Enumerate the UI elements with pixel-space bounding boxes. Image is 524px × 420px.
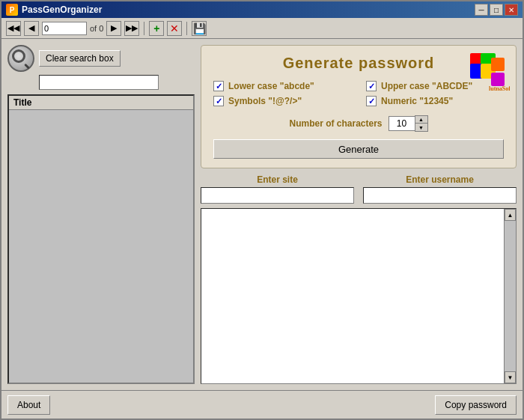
nav-prev-button[interactable]: ◀ xyxy=(24,21,39,36)
username-field: Enter username xyxy=(363,174,517,204)
uppercase-label: Upper case "ABCDE" xyxy=(381,81,472,91)
title-text: PassGenOrganizer xyxy=(22,4,102,15)
option-lowercase: Lower case "abcde" xyxy=(213,81,351,91)
svg-rect-5 xyxy=(491,73,505,86)
site-input[interactable] xyxy=(201,187,354,204)
uppercase-checkbox[interactable] xyxy=(366,81,377,91)
nav-first-button[interactable]: ◀◀ xyxy=(6,21,21,36)
page-of-label: of 0 xyxy=(90,24,103,33)
nav-last-button[interactable]: ▶▶ xyxy=(124,21,139,36)
options-grid: Lower case "abcde" Upper case "ABCDE" Sy… xyxy=(213,81,504,106)
right-panel: lutnaSoft Generate password Lower case "… xyxy=(201,45,517,384)
num-chars-spinner: ▲ ▼ xyxy=(389,115,428,132)
notes-textarea[interactable] xyxy=(201,209,504,383)
lowercase-label: Lower case "abcde" xyxy=(228,81,314,91)
search-area: Clear search box xyxy=(7,45,195,90)
page-input[interactable] xyxy=(42,22,87,35)
title-bar-left: P PassGenOrganizer xyxy=(6,4,102,16)
app-window: P PassGenOrganizer ─ □ ✕ ◀◀ ◀ of 0 ▶ ▶▶ … xyxy=(0,0,524,420)
option-numeric: Numeric "12345" xyxy=(366,96,504,106)
notes-area: ▲ ▼ xyxy=(201,208,517,384)
search-input[interactable] xyxy=(39,75,159,90)
logo-container: lutnaSoft xyxy=(469,52,510,93)
site-label: Enter site xyxy=(201,174,354,185)
notes-wrapper: ▲ ▼ xyxy=(201,208,517,384)
generate-button[interactable]: Generate xyxy=(213,139,504,159)
nav-next-button[interactable]: ▶ xyxy=(106,21,121,36)
logo-svg: lutnaSoft xyxy=(469,52,510,93)
num-chars-row: Number of characters ▲ ▼ xyxy=(213,115,504,132)
num-chars-input[interactable] xyxy=(389,116,415,131)
clear-search-button[interactable]: Clear search box xyxy=(39,50,121,67)
spinner-buttons: ▲ ▼ xyxy=(415,115,428,132)
about-button[interactable]: About xyxy=(7,395,50,415)
toolbar-separator-2 xyxy=(186,22,187,35)
spinner-up-button[interactable]: ▲ xyxy=(415,116,427,124)
delete-button[interactable]: ✕ xyxy=(167,21,182,36)
left-panel: Clear search box Title xyxy=(7,45,195,384)
notes-scrollbar: ▲ ▼ xyxy=(504,209,516,383)
list-body xyxy=(9,110,193,383)
entry-section: Enter site Enter username ▲ ▼ xyxy=(201,174,517,384)
generate-section: lutnaSoft Generate password Lower case "… xyxy=(201,45,517,168)
scroll-up-button[interactable]: ▲ xyxy=(505,209,516,221)
add-button[interactable]: + xyxy=(149,21,164,36)
site-username-row: Enter site Enter username xyxy=(201,174,517,204)
spinner-down-button[interactable]: ▼ xyxy=(415,124,427,131)
symbols-checkbox[interactable] xyxy=(213,96,224,106)
bottom-bar: About Copy password xyxy=(1,390,523,419)
search-icon xyxy=(7,45,34,72)
num-chars-label: Number of characters xyxy=(289,118,382,129)
title-bar: P PassGenOrganizer ─ □ ✕ xyxy=(1,1,523,18)
minimize-button[interactable]: ─ xyxy=(475,4,488,16)
password-list: Title xyxy=(7,94,195,384)
option-symbols: Symbols "!@?/>" xyxy=(213,96,351,106)
save-button[interactable]: 💾 xyxy=(192,21,207,36)
list-header-title: Title xyxy=(9,96,193,110)
search-glass xyxy=(12,49,25,63)
username-label: Enter username xyxy=(363,174,517,185)
lowercase-checkbox[interactable] xyxy=(213,81,224,91)
svg-text:lutnaSoft: lutnaSoft xyxy=(489,85,510,92)
search-top: Clear search box xyxy=(7,45,121,72)
username-input[interactable] xyxy=(363,187,517,204)
app-icon: P xyxy=(6,4,18,16)
symbols-label: Symbols "!@?/>" xyxy=(228,96,302,106)
scroll-down-button[interactable]: ▼ xyxy=(505,371,516,383)
close-button[interactable]: ✕ xyxy=(505,4,518,16)
main-content: Clear search box Title xyxy=(1,39,523,390)
generate-title: Generate password xyxy=(213,55,504,72)
numeric-checkbox[interactable] xyxy=(366,96,377,106)
toolbar-separator-1 xyxy=(144,22,144,35)
svg-rect-4 xyxy=(491,58,505,71)
scroll-track xyxy=(505,221,516,371)
site-field: Enter site xyxy=(201,174,354,204)
copy-password-button[interactable]: Copy password xyxy=(435,395,517,415)
maximize-button[interactable]: □ xyxy=(490,4,503,16)
title-controls: ─ □ ✕ xyxy=(475,4,518,16)
toolbar: ◀◀ ◀ of 0 ▶ ▶▶ + ✕ 💾 xyxy=(1,18,523,39)
numeric-label: Numeric "12345" xyxy=(381,96,453,106)
